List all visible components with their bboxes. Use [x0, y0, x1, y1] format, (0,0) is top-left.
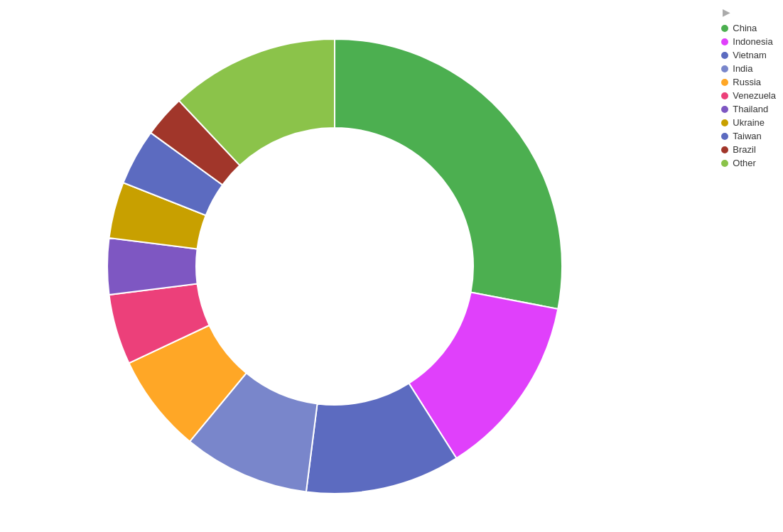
legend-dot-india: [721, 65, 728, 72]
legend-dot-taiwan: [721, 133, 728, 140]
legend-dot-venezuela: [721, 92, 728, 99]
legend-label-vietnam: Vietnam: [733, 50, 766, 60]
legend-label-other: Other: [733, 158, 756, 168]
legend-label-ukraine: Ukraine: [733, 117, 765, 128]
legend-label-china: China: [733, 23, 757, 33]
legend-item-ukraine: Ukraine: [721, 117, 776, 128]
legend-dot-thailand: [721, 106, 728, 113]
donut-chart-svg: [50, 0, 619, 532]
legend-item-india: India: [721, 63, 776, 74]
legend-dot-indonesia: [721, 38, 728, 45]
legend-item-other: Other: [721, 158, 776, 168]
legend-dot-ukraine: [721, 119, 728, 126]
chart-legend: ▶ ChinaIndonesiaVietnamIndiaRussiaVenezu…: [721, 7, 776, 168]
legend-dot-other: [721, 160, 728, 167]
legend-label-brazil: Brazil: [733, 144, 756, 155]
segment-china[interactable]: [335, 39, 562, 309]
legend-dot-brazil: [721, 146, 728, 153]
legend-dot-vietnam: [721, 52, 728, 59]
legend-label-indonesia: Indonesia: [733, 36, 772, 47]
legend-label-india: India: [733, 63, 752, 74]
legend-dot-china: [721, 25, 728, 32]
legend-label-taiwan: Taiwan: [733, 131, 761, 141]
legend-item-vietnam: Vietnam: [721, 50, 776, 60]
legend-item-indonesia: Indonesia: [721, 36, 776, 47]
legend-nav-icon[interactable]: ▶: [721, 7, 731, 17]
legend-dot-russia: [721, 79, 728, 86]
legend-item-russia: Russia: [721, 77, 776, 87]
legend-label-russia: Russia: [733, 77, 761, 87]
legend-item-venezuela: Venezuela: [721, 90, 776, 101]
legend-label-thailand: Thailand: [733, 104, 768, 114]
legend-item-china: China: [721, 23, 776, 33]
legend-item-brazil: Brazil: [721, 144, 776, 155]
legend-item-thailand: Thailand: [721, 104, 776, 114]
chart-container: ▶ ChinaIndonesiaVietnamIndiaRussiaVenezu…: [0, 0, 783, 532]
legend-item-taiwan: Taiwan: [721, 131, 776, 141]
legend-label-venezuela: Venezuela: [733, 90, 776, 101]
